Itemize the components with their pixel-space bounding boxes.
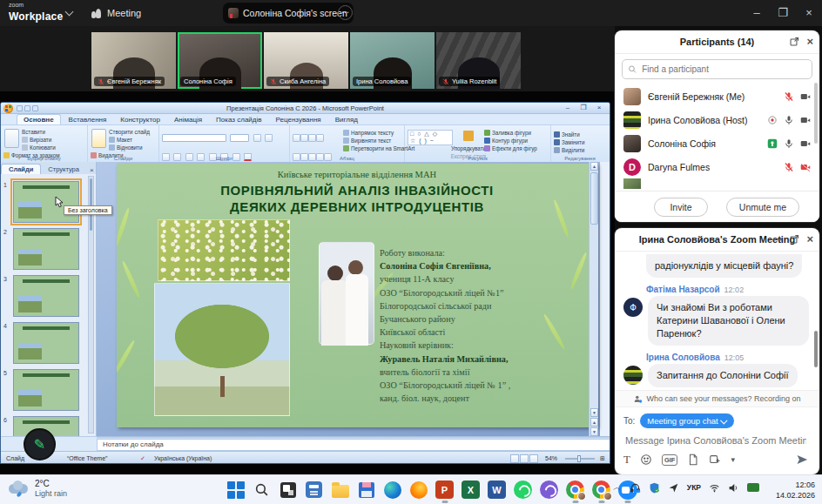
send-icon[interactable]: [796, 454, 808, 466]
convert-smartart-button[interactable]: Перетворити на SmartArt: [343, 144, 401, 152]
ribbon-tab-home[interactable]: Основне: [17, 114, 61, 124]
chrome-profile2-button[interactable]: [590, 479, 612, 501]
screenshot-icon[interactable]: [709, 454, 721, 466]
slide-thumbnail-1[interactable]: 1: [13, 181, 79, 223]
taskbar-clock[interactable]: 12:06 14.02.2026: [776, 480, 815, 501]
shapes-gallery-row2[interactable]: ☆ ( ) ~: [410, 138, 450, 144]
paste-label-row[interactable]: Вставити: [22, 128, 84, 136]
close-icon[interactable]: ×: [806, 233, 813, 245]
file-explorer-button[interactable]: [329, 479, 351, 501]
chat-privacy-banner[interactable]: Who can see your messages? Recording on: [615, 390, 819, 407]
ppt-close-button[interactable]: ×: [592, 104, 606, 112]
fit-to-window-button[interactable]: ⊞: [600, 455, 605, 462]
language-indicator[interactable]: УКР: [687, 483, 701, 492]
slide-thumbnail-4[interactable]: 4: [13, 322, 79, 364]
chevron-down-icon[interactable]: [65, 8, 74, 17]
close-icon[interactable]: ×: [806, 36, 813, 47]
recipient-selector[interactable]: Meeting group chat: [640, 413, 733, 428]
chrome-profile1-button[interactable]: [564, 479, 586, 501]
viber-button[interactable]: [538, 479, 560, 501]
scroll-up-button[interactable]: ▲: [590, 162, 598, 171]
paste-button[interactable]: [4, 129, 19, 148]
location-icon[interactable]: [668, 482, 679, 494]
shape-effects-button[interactable]: Ефекти для фігур: [484, 144, 545, 152]
participant-row[interactable]: Солоніна Софія: [615, 131, 819, 155]
participant-row[interactable]: D Daryna Fulmes: [615, 155, 819, 178]
video-tile[interactable]: Yuliia Rozenblit: [436, 32, 521, 89]
annotation-pencil-button[interactable]: ✎: [24, 428, 56, 460]
gif-icon[interactable]: GIF: [662, 454, 678, 466]
chat-messages[interactable]: радіонуклідів у місцевій фауні? Фатіма Н…: [615, 252, 819, 390]
shape-outline-button[interactable]: Контур фігури: [484, 137, 545, 144]
notes-pane[interactable]: Нотатки до слайда: [97, 439, 610, 451]
popout-icon[interactable]: [789, 233, 800, 245]
battery-icon[interactable]: [747, 483, 759, 492]
popout-icon[interactable]: [789, 36, 800, 47]
outline-tab[interactable]: Структура: [41, 165, 86, 174]
ribbon-tab-slideshow[interactable]: Показ слайдів: [210, 115, 267, 124]
new-slide-button[interactable]: [91, 129, 106, 148]
ribbon-tab-insert[interactable]: Вставлення: [63, 115, 113, 124]
video-tile[interactable]: Ірина Соловйова: [350, 32, 435, 89]
ribbon-tab-view[interactable]: Вигляд: [329, 115, 364, 124]
excel-button[interactable]: X: [460, 479, 482, 501]
speaker-icon[interactable]: [728, 482, 739, 494]
scroll-down-button[interactable]: ▼: [590, 408, 598, 417]
slide-sorter-button[interactable]: [520, 454, 529, 463]
slide-thumbnail-2[interactable]: 2: [13, 228, 79, 270]
search-input[interactable]: [640, 64, 806, 75]
firefox-button[interactable]: [408, 479, 429, 501]
indent-more-button[interactable]: [316, 134, 324, 142]
ribbon-tab-animations[interactable]: Анімація: [168, 115, 208, 124]
spellcheck-icon[interactable]: ✓: [140, 455, 145, 462]
more-options-icon[interactable]: ⋯: [771, 235, 783, 244]
tab-shared-screen[interactable]: Солоніна Софія's screen: [223, 3, 354, 24]
participant-row-partial[interactable]: [615, 178, 819, 189]
unmute-me-button[interactable]: Unmute me: [726, 198, 799, 217]
align-text-button[interactable]: Вирівняти текст: [343, 137, 401, 144]
participant-row[interactable]: Ірина Соловйова (Host): [615, 108, 819, 131]
video-tile[interactable]: Євгеній Бережняк: [91, 32, 176, 89]
arrange-button[interactable]: Упорядкувати: [453, 144, 484, 152]
shapes-gallery[interactable]: □ ○ △ ◇: [410, 131, 450, 138]
ribbon-tab-review[interactable]: Рецензування: [270, 115, 327, 124]
replace-button[interactable]: Замінити: [554, 138, 606, 146]
select-button[interactable]: Виділити: [554, 146, 606, 154]
weather-widget[interactable]: 2°C Light rain: [9, 479, 67, 499]
chat-scrollbar[interactable]: [814, 331, 818, 367]
slideshow-button[interactable]: [529, 454, 538, 463]
powerpoint-button[interactable]: P: [434, 479, 455, 501]
ppt-minimize-button[interactable]: –: [561, 104, 575, 112]
security-shield-icon[interactable]: [649, 482, 660, 494]
video-tile-active-speaker[interactable]: Солоніна Софія: [178, 32, 262, 89]
window-minimize-button[interactable]: –: [744, 0, 770, 26]
start-button[interactable]: [225, 479, 246, 501]
zoom-slider-thumb[interactable]: [577, 455, 581, 462]
attach-file-icon[interactable]: [687, 454, 699, 466]
grow-font-button[interactable]: [253, 134, 261, 142]
video-tile[interactable]: Скиба Ангеліна: [264, 32, 348, 89]
panel-close-icon[interactable]: ×: [86, 166, 98, 174]
participant-search[interactable]: [622, 59, 812, 79]
edge-button[interactable]: [381, 479, 403, 501]
zoom-slider[interactable]: [565, 458, 595, 460]
share-tab-more-button[interactable]: ⋯: [338, 5, 353, 20]
scrollbar-thumb[interactable]: [590, 172, 598, 225]
headset-icon[interactable]: [630, 482, 641, 494]
whatsapp-button[interactable]: [512, 479, 534, 501]
participant-row[interactable]: Євгеній Бережняк (Me): [615, 84, 819, 108]
indent-less-button[interactable]: [308, 134, 316, 142]
floppy-app-button[interactable]: [355, 479, 377, 501]
tray-expand-icon[interactable]: ︿: [613, 481, 622, 494]
slide-canvas[interactable]: Київське територіальне відділення МАН ПО…: [117, 164, 597, 427]
previous-slide-button[interactable]: ▲: [590, 418, 598, 427]
font-size-combobox[interactable]: [230, 134, 249, 142]
next-slide-button[interactable]: ▼: [590, 427, 598, 436]
layout-button[interactable]: Макет: [109, 136, 156, 144]
cut-button[interactable]: Вирізати: [22, 136, 84, 144]
copy-button[interactable]: Копіювати: [22, 144, 84, 151]
shrink-font-button[interactable]: [265, 134, 273, 142]
task-view-button[interactable]: [277, 479, 299, 501]
participants-scrollbar[interactable]: [814, 83, 818, 144]
bullets-button[interactable]: [293, 134, 300, 142]
